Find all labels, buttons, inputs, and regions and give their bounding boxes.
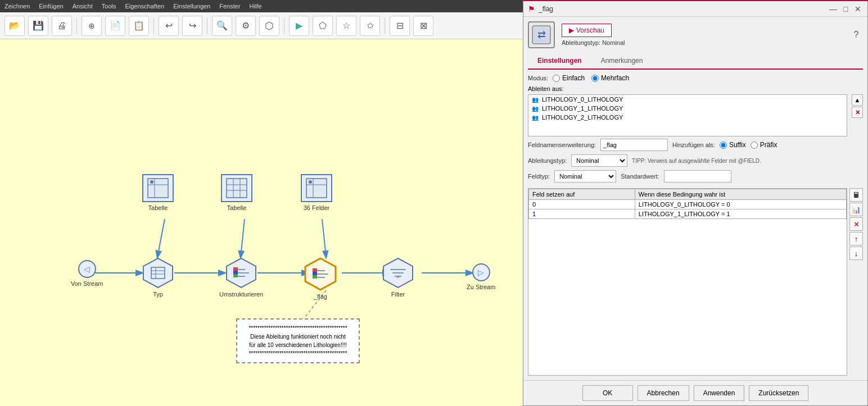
svg-rect-38 [313,268,317,272]
listbox-scroll-up-button[interactable]: ▲ [852,94,863,106]
praefix-radio[interactable] [751,142,758,149]
ableiten-aus-listbox[interactable]: 👥 LITHOLOGY_0_LITHOLOGY 👥 LITHOLOGY_1_LI… [528,94,847,136]
modus-mehrfach-radio[interactable] [591,75,599,82]
node-zu-stream[interactable]: ▷ Zu Stream [467,263,495,290]
modus-mehrfach-label[interactable]: Mehrfach [591,74,629,82]
node-von-stream[interactable]: ◁ Von Stream [71,260,103,287]
dialog-maximize-button[interactable]: □ [840,4,851,14]
table-row-1[interactable]: 1 LITHOLOGY_1_LITHOLOGY = 1 [529,209,847,219]
play-button[interactable]: ▶ [289,16,309,36]
copy-button[interactable]: 📋 [129,16,149,36]
ableitungstyp-row: Ableitungstyp: Nominal Flag Set TIPP: Ve… [528,154,863,167]
svg-rect-31 [233,267,238,271]
36felder-icon [301,174,332,202]
menu-eigenschaften[interactable]: Eigenschaften [125,3,164,10]
star2-button[interactable]: ✩ [360,16,380,36]
tab-einstellungen[interactable]: Einstellungen [528,53,591,70]
note-box[interactable]: ****************************************… [236,318,360,363]
modus-einfach-radio[interactable] [553,75,560,82]
toolbar-separator-4 [284,18,284,34]
node-typ[interactable]: Typ [142,257,174,298]
node-16felder[interactable]: Tabelle [142,174,174,211]
listbox-item-2[interactable]: 👥 LITHOLOGY_2_LITHOLOGY [528,113,847,122]
dialog-footer: OK Abbrechen Anwenden Zurücksetzen [523,380,867,405]
table-button[interactable]: ⊟ [390,16,410,36]
modus-mehrfach-text: Mehrfach [601,74,629,82]
filter-icon: ✕ [382,257,414,289]
table-delete-button[interactable]: ✕ [849,217,863,231]
feldtyp-select[interactable]: Nominal Ordinal Kontinuierlich [554,170,616,183]
ok-button[interactable]: OK [582,385,633,401]
open-folder-button[interactable]: 📂 [4,16,25,36]
table-row-0[interactable]: 0 LITHOLOGY_0_LITHOLOGY = 0 [529,200,847,209]
undo-button[interactable]: ↩ [159,16,179,36]
abbrechen-button[interactable]: Abbrechen [638,385,689,401]
listbox-remove-button[interactable]: ✕ [852,107,863,118]
modus-einfach-label[interactable]: Einfach [553,74,585,82]
star1-button[interactable]: ☆ [336,16,356,36]
table-move-up-button[interactable]: ↑ [849,232,863,245]
filter-label: Filter [391,291,405,298]
menu-fenster[interactable]: Fenster [219,3,240,10]
svg-line-5 [157,219,165,257]
node-umstrukturieren[interactable]: Umstrukturieren [219,257,263,298]
feldnamen-input[interactable] [600,139,668,151]
menu-ansicht[interactable]: Ansicht [73,3,93,10]
people-icon-2: 👥 [532,115,539,121]
zuruecksetzen-button[interactable]: Zurücksetzen [749,385,808,401]
table-calc-button[interactable]: 🖩 [849,188,863,202]
add-node-button[interactable]: ⊕ [82,16,102,36]
tab-anmerkungen[interactable]: Anmerkungen [591,53,653,69]
node-flag[interactable]: _flag [304,257,337,300]
dialog-header-right: ▶ Vorschau Ableitungstyp: Nominal [562,24,843,46]
redo-button[interactable]: ↪ [182,16,202,36]
suffix-label[interactable]: Suffix [720,141,746,149]
praefix-label[interactable]: Präfix [751,141,777,149]
listbox-item-1[interactable]: 👥 LITHOLOGY_1_LITHOLOGY [528,104,847,113]
export-button[interactable]: ⊠ [413,16,433,36]
umstrukturieren-label: Umstrukturieren [219,291,263,298]
standardwert-input[interactable] [664,170,731,183]
ableiten-aus-row: 👥 LITHOLOGY_0_LITHOLOGY 👥 LITHOLOGY_1_LI… [528,94,863,136]
listbox-item-2-text: LITHOLOGY_2_LITHOLOGY [542,114,623,121]
dialog-header: ⇄ ▶ Vorschau Ableitungstyp: Nominal ? [528,21,863,48]
node-tabelle[interactable]: Tabelle [221,174,252,211]
conditions-table[interactable]: Feld setzen auf Wenn diese Bedingung wah… [528,188,847,376]
help-button[interactable]: ? [849,28,863,42]
dialog-minimize-button[interactable]: — [828,4,838,14]
flag-icon [304,257,337,291]
svg-rect-33 [233,274,238,277]
settings-button[interactable]: ⚙ [236,16,256,36]
menu-tools[interactable]: Tools [102,3,116,10]
svg-point-21 [309,180,312,184]
feldtyp-label: Feldtyp: [528,173,550,180]
svg-marker-22 [143,258,173,288]
dialog: ⚑ _flag — □ ✕ ⇄ ▶ Vorschau Ableitungs [523,0,868,406]
listbox-controls: ▲ ✕ [852,94,863,136]
save-button[interactable]: 💾 [28,16,48,36]
menu-hilfe[interactable]: Hilfe [250,3,262,10]
row1-col2: LITHOLOGY_1_LITHOLOGY = 1 [635,209,846,219]
praefix-text: Präfix [760,141,777,149]
menu-einfuegen[interactable]: Einfügen [39,3,63,10]
listbox-item-0[interactable]: 👥 LITHOLOGY_0_LITHOLOGY [528,95,847,104]
svg-line-6 [241,219,245,257]
print-button[interactable]: 🖨 [52,16,72,36]
vorschau-button[interactable]: ▶ Vorschau [562,24,612,37]
dialog-close-button[interactable]: ✕ [853,4,863,14]
menu-einstellungen[interactable]: Einstellungen [173,3,210,10]
document-button[interactable]: 📄 [105,16,125,36]
menu-zeichnen[interactable]: Zeichnen [4,3,30,10]
toolbar-separator-5 [385,18,385,34]
node-36felder[interactable]: 36 Felder [301,174,332,211]
anwenden-button[interactable]: Anwenden [694,385,745,401]
node-filter[interactable]: ✕ Filter [382,257,414,298]
table-move-down-button[interactable]: ↓ [849,247,863,260]
suffix-radio[interactable] [720,142,727,149]
ableitungstyp2-select[interactable]: Nominal Flag Set [571,154,627,167]
table-add-row-button[interactable]: 📊 [849,203,863,216]
search-button[interactable]: 🔍 [212,16,232,36]
hex-button[interactable]: ⬡ [259,16,279,36]
dialog-title-area: ⚑ _flag [528,4,553,13]
shape1-button[interactable]: ⬠ [313,16,333,36]
